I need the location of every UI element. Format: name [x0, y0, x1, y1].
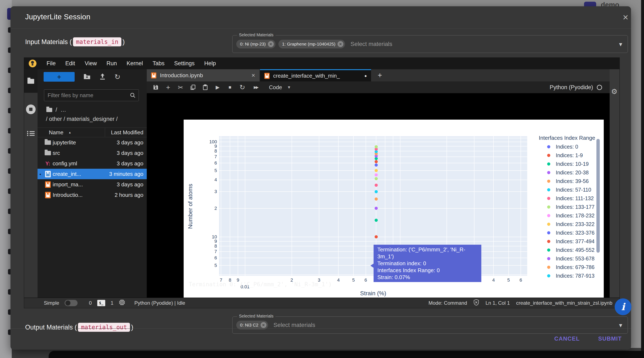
save-icon[interactable] [152, 84, 159, 91]
scatter-point[interactable] [374, 160, 378, 163]
output-material-chip[interactable]: 0: Ni3 C2× [236, 321, 268, 329]
scatter-point[interactable] [374, 145, 378, 148]
table-of-contents-icon[interactable] [27, 131, 34, 136]
tab-create-interface-active[interactable]: create_interface_with_min_ ● [260, 69, 371, 81]
legend-item[interactable]: Indices: 679-786 [547, 263, 594, 271]
gear-icon[interactable]: ⚙ [611, 87, 618, 96]
new-launcher-button[interactable]: + [44, 72, 75, 82]
menu-settings[interactable]: Settings [170, 60, 200, 67]
menu-help[interactable]: Help [199, 60, 221, 67]
menu-run[interactable]: Run [102, 60, 122, 67]
chevron-down-icon[interactable]: ▾ [619, 321, 622, 329]
folder-tab-icon[interactable] [28, 79, 34, 84]
breadcrumb-root[interactable]: / [56, 107, 57, 113]
refresh-icon[interactable]: ↻ [114, 73, 120, 81]
cut-cells-icon[interactable]: ✂ [177, 84, 184, 91]
running-sessions-icon[interactable] [26, 105, 36, 114]
scatter-point[interactable] [374, 219, 378, 222]
chip-delete-icon[interactable]: × [260, 322, 266, 328]
file-row[interactable]: Introductio...2 hours ago [38, 190, 147, 200]
cell-type-dropdown[interactable]: Code ▾ [269, 84, 290, 91]
legend-item[interactable]: Indices: 1-9 [547, 151, 583, 159]
scatter-point[interactable] [374, 184, 378, 187]
scatter-point[interactable] [374, 190, 378, 193]
legend-item[interactable]: Indices: 377-494 [547, 237, 594, 245]
legend-item[interactable]: Indices: 323-376 [547, 229, 594, 237]
input-material-chip[interactable]: 0: Ni (mp-23)× [236, 40, 276, 49]
legend-item[interactable]: Indices: 178-232 [547, 212, 594, 219]
scatter-point[interactable] [374, 177, 378, 180]
submit-button[interactable]: SUBMIT [593, 333, 627, 345]
file-name: jupyterlite [52, 139, 105, 146]
new-folder-icon[interactable] [84, 73, 90, 80]
menu-kernel[interactable]: Kernel [122, 60, 148, 67]
jupyterlite-logo-icon[interactable] [29, 60, 36, 67]
scatter-point[interactable] [374, 169, 378, 172]
file-row[interactable]: src3 days ago [38, 148, 147, 158]
file-row[interactable]: import_ma...3 days ago [38, 179, 147, 190]
breadcrumb[interactable]: / … [46, 107, 66, 113]
insert-cell-icon[interactable]: + [164, 84, 172, 91]
filebrowser-tab-active[interactable] [24, 69, 38, 93]
restart-run-all-icon[interactable]: ▶▶ [251, 84, 260, 91]
cursor-position[interactable]: Ln 1, Col 1 [486, 300, 510, 306]
legend-item[interactable]: Indices: 57-110 [547, 186, 591, 194]
scatter-point[interactable] [374, 207, 378, 210]
select-placeholder[interactable]: Select materials [350, 41, 392, 48]
stop-kernel-icon[interactable]: ■ [226, 84, 234, 91]
background-content-panel [49, 351, 644, 358]
breadcrumb-ellipsis-icon[interactable]: … [60, 107, 66, 113]
copy-cells-icon[interactable] [189, 84, 196, 91]
legend-item[interactable]: Indices: 10-19 [547, 160, 589, 168]
legend-item[interactable]: Indices: 111-132 [547, 194, 594, 202]
column-name[interactable]: Name ▲ [38, 129, 105, 136]
scatter-point[interactable] [374, 163, 378, 167]
file-row[interactable]: Y:config.yml3 days ago [38, 158, 147, 169]
output-materials-select[interactable]: Selected Materials 0: Ni3 C2×Select mate… [232, 316, 628, 334]
scatter-point[interactable] [374, 197, 378, 201]
run-cell-icon[interactable]: ▶ [214, 84, 221, 91]
legend-item[interactable]: Indices: 0 [547, 143, 578, 151]
info-button[interactable]: i [615, 298, 632, 315]
input-material-chip[interactable]: 1: Graphene (mp-1040425)× [278, 40, 345, 49]
menu-tabs[interactable]: Tabs [148, 60, 170, 67]
legend-item[interactable]: Indices: 20-38 [547, 169, 589, 176]
column-last-modified[interactable]: Last Modified [105, 128, 147, 137]
file-row[interactable]: jupyterlite3 days ago [38, 137, 147, 148]
chip-delete-icon[interactable]: × [338, 41, 344, 47]
file-filter-input[interactable] [47, 92, 130, 99]
legend-item[interactable]: Indices: 787-913 [547, 272, 594, 278]
new-tab-button[interactable]: + [375, 71, 385, 80]
kernel-name-button[interactable]: Python (Pyodide) [550, 84, 602, 91]
legend-item[interactable]: Indices: 495-552 [547, 246, 594, 254]
paste-cells-icon[interactable] [202, 84, 209, 91]
menu-view[interactable]: View [80, 60, 102, 67]
restart-kernel-icon[interactable]: ↻ [239, 84, 246, 91]
cancel-button[interactable]: CANCEL [549, 333, 585, 345]
tab-close-icon[interactable]: × [251, 72, 255, 79]
menu-file[interactable]: File [42, 60, 60, 67]
scatter-point[interactable] [374, 173, 378, 176]
scatter-point[interactable] [374, 235, 378, 238]
breadcrumb-home-icon[interactable] [46, 108, 52, 112]
file-row[interactable]: ●create_int...3 minutes ago [38, 169, 147, 179]
legend-scrollbar[interactable] [596, 139, 600, 253]
close-icon[interactable]: × [620, 11, 632, 23]
upload-icon[interactable] [99, 73, 106, 81]
legend-item[interactable]: Indices: 553-678 [547, 254, 594, 262]
chip-delete-icon[interactable]: × [268, 41, 274, 47]
menu-edit[interactable]: Edit [60, 60, 80, 67]
chevron-down-icon[interactable]: ▾ [619, 41, 622, 48]
file-filter-box[interactable] [44, 89, 139, 101]
input-materials-select[interactable]: Selected Materials 0: Ni (mp-23)×1: Grap… [232, 35, 628, 53]
simple-mode-toggle[interactable] [64, 300, 78, 306]
tab-introduction-ipynb[interactable]: Introduction.ipynb × [147, 69, 259, 81]
kernel-status-text[interactable]: Python (Pyodide) | Idle [134, 300, 185, 306]
legend-item[interactable]: Indices: 133-177 [547, 203, 594, 211]
legend-item[interactable]: Indices: 233-322 [547, 220, 594, 228]
legend-item[interactable]: Indices: 39-56 [547, 177, 589, 185]
breadcrumb-path[interactable]: / other / materials_designer / [46, 116, 118, 122]
x-gridline [319, 136, 319, 276]
y-tick-label: 8 [202, 243, 217, 249]
select-placeholder[interactable]: Select materials [274, 322, 315, 328]
